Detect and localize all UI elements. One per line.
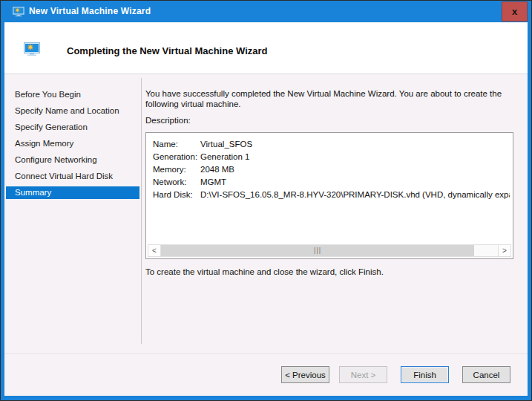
summary-row-label: Memory: — [153, 163, 200, 176]
scroll-left-button[interactable]: < — [148, 245, 161, 256]
intro-text: You have successfully completed the New … — [145, 88, 516, 109]
vm-wizard-icon — [24, 42, 40, 56]
wizard-steps-sidebar: Before You Begin Specify Name and Locati… — [6, 88, 139, 203]
summary-row-network: Network: MGMT — [153, 176, 510, 189]
wizard-window: New Virtual Machine Wizard x Completing … — [0, 0, 532, 401]
sidebar-item-connect-virtual-hard-disk[interactable]: Connect Virtual Hard Disk — [6, 170, 139, 183]
sidebar-item-before-you-begin[interactable]: Before You Begin — [6, 88, 139, 101]
vm-wizard-icon — [13, 6, 24, 17]
description-label: Description: — [145, 116, 191, 125]
sidebar-item-specify-name-and-location[interactable]: Specify Name and Location — [6, 105, 139, 117]
sidebar-divider — [141, 78, 142, 344]
page-title: Completing the New Virtual Machine Wizar… — [67, 45, 268, 56]
summary-row-value: Virtual_SFOS — [200, 138, 510, 151]
window-title: New Virtual Machine Wizard — [29, 1, 151, 22]
finish-instruction-text: To create the virtual machine and close … — [145, 267, 384, 276]
horizontal-scrollbar[interactable]: < ||| > — [148, 244, 511, 257]
scrollbar-thumb[interactable]: ||| — [161, 245, 474, 256]
cancel-button[interactable]: Cancel — [462, 366, 510, 383]
summary-row-value: MGMT — [200, 176, 510, 189]
summary-row-value: 2048 MB — [200, 163, 510, 176]
next-button[interactable]: Next > — [339, 366, 387, 383]
titlebar[interactable]: New Virtual Machine Wizard x — [1, 1, 531, 22]
summary-row-hard-disk: Hard Disk: D:\VI-SFOS_16.05.8_MR-8.HYV-3… — [153, 189, 510, 201]
sidebar-item-assign-memory[interactable]: Assign Memory — [6, 137, 139, 150]
summary-row-label: Generation: — [153, 151, 200, 163]
previous-button[interactable]: < Previous — [281, 366, 329, 383]
vm-summary-rows: Name: Virtual_SFOS Generation: Generatio… — [153, 138, 510, 201]
scrollbar-grip-icon: ||| — [314, 247, 321, 254]
summary-row-value: D:\VI-SFOS_16.05.8_MR-8.HYV-320\PRIMARY-… — [200, 189, 510, 201]
summary-row-name: Name: Virtual_SFOS — [153, 138, 510, 151]
close-button[interactable]: x — [502, 1, 528, 22]
scroll-right-button[interactable]: > — [498, 245, 510, 256]
summary-row-label: Name: — [153, 138, 200, 151]
dialog-body: Completing the New Virtual Machine Wizar… — [4, 22, 528, 396]
summary-page: You have successfully completed the New … — [145, 75, 520, 353]
finish-button[interactable]: Finish — [401, 366, 449, 383]
summary-row-label: Hard Disk: — [153, 189, 200, 201]
sidebar-item-summary[interactable]: Summary — [6, 186, 139, 199]
scrollbar-track[interactable]: ||| — [161, 245, 498, 256]
wizard-header: Completing the New Virtual Machine Wizar… — [4, 22, 528, 74]
summary-row-value: Generation 1 — [200, 151, 510, 163]
summary-row-label: Network: — [153, 176, 200, 189]
summary-row-generation: Generation: Generation 1 — [153, 151, 510, 163]
button-area-separator — [4, 353, 528, 354]
sidebar-item-specify-generation[interactable]: Specify Generation — [6, 121, 139, 134]
summary-row-memory: Memory: 2048 MB — [153, 163, 510, 176]
sidebar-item-configure-networking[interactable]: Configure Networking — [6, 154, 139, 166]
vm-summary-box: Name: Virtual_SFOS Generation: Generatio… — [145, 132, 513, 259]
